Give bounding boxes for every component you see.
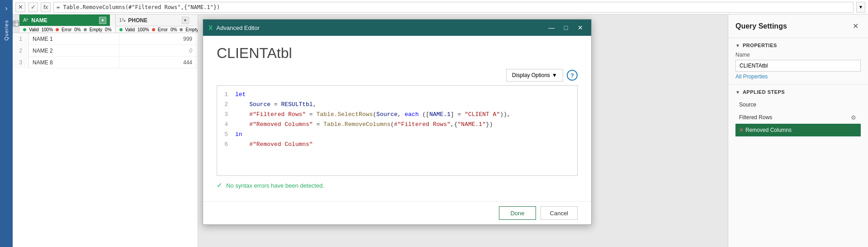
properties-section-title: PROPERTIES [743, 43, 777, 48]
name-col-dropdown[interactable]: ▼ [99, 17, 106, 24]
display-options-label: Display Options [512, 72, 550, 78]
status-text: No syntax errors have been detected. [226, 182, 324, 189]
table-row[interactable]: 1 NAME 1 999 [13, 33, 198, 45]
line-content-3: #"Filtered Rows" = Table.SelectRows(Sour… [235, 111, 577, 118]
name-label: Name [735, 52, 861, 58]
table-icon [13, 20, 19, 27]
properties-section: ▼ PROPERTIES Name All Properties [728, 38, 868, 85]
filtered-rows-gear-button[interactable]: ⚙ [850, 113, 857, 122]
step-item-source[interactable]: Source [735, 98, 861, 111]
line-content-4: #"Removed Columns" = Table.RemoveColumns… [235, 121, 577, 128]
line-num-5: 5 [217, 131, 235, 138]
formula-accept-button[interactable]: ✓ [28, 2, 38, 12]
query-settings-close-button[interactable]: ✕ [850, 21, 861, 32]
phone-type-icon: 1²₃ [119, 17, 126, 23]
formula-fx-button[interactable]: fx [41, 2, 51, 12]
advanced-editor-icon: X [209, 24, 213, 31]
applied-steps-section: ▼ APPLIED STEPS Source Filtered Rows ⚙ ✕… [728, 85, 868, 247]
step-label-filtered-rows: Filtered Rows [739, 114, 772, 121]
phone-empty-dot [180, 28, 183, 31]
advanced-editor-title: Advanced Editor [216, 24, 542, 31]
phone-error-pct: 0% [171, 27, 177, 32]
name-quality-bar: Valid 100% Error 0% Empty 0% [19, 26, 115, 33]
removed-columns-error-icon: ✕ [739, 127, 744, 133]
cancel-button[interactable]: Cancel [541, 206, 578, 220]
cell-phone-2: 0 [119, 45, 196, 57]
applied-steps-header: ▼ APPLIED STEPS [735, 89, 861, 95]
phone-valid-dot [119, 28, 123, 31]
help-button[interactable]: ? [567, 70, 578, 81]
applied-steps-arrow: ▼ [735, 90, 740, 95]
table-row[interactable]: 3 NAME 8 444 [13, 57, 198, 68]
formula-bar: ✕ ✓ fx ▼ [13, 0, 868, 15]
line-content-6: #"Removed Columns" [235, 141, 577, 148]
modal-maximize-button[interactable]: □ [560, 22, 571, 33]
query-settings-title: Query Settings [735, 22, 787, 30]
step-label-source: Source [739, 102, 756, 108]
row-num-1: 1 [13, 33, 29, 45]
code-editor[interactable]: 1 let 2 Source = RESULTtbl, 3 #"Filtered… [217, 85, 578, 176]
modal-toolbar: Display Options ▼ ? [217, 69, 578, 82]
data-table: Aᵇ NAME ▼ Valid 100% Error 0% Empty 0% [13, 15, 198, 247]
row-num-2: 2 [13, 45, 29, 57]
table-headers: Aᵇ NAME ▼ Valid 100% Error 0% Empty 0% [13, 15, 198, 33]
valid-label: Valid [29, 27, 39, 32]
empty-label: Empty [90, 27, 102, 32]
row-num-3: 3 [13, 57, 29, 68]
applied-steps-title: APPLIED STEPS [743, 89, 785, 95]
line-content-1: let [235, 91, 577, 98]
sidebar-queries-label: Queries [4, 20, 9, 41]
col-header-top-phone: 1²₃ PHONE ▼ [116, 15, 193, 26]
name-col-label: NAME [31, 17, 96, 24]
done-button[interactable]: Done [499, 206, 536, 220]
properties-section-header: ▼ PROPERTIES [735, 43, 861, 48]
code-line-2: 2 Source = RESULTtbl, [217, 101, 577, 111]
line-content-2: Source = RESULTtbl, [235, 101, 577, 108]
line-num-2: 2 [217, 101, 235, 108]
query-settings-header: Query Settings ✕ [728, 15, 868, 38]
content-row: Aᵇ NAME ▼ Valid 100% Error 0% Empty 0% [13, 15, 868, 247]
modal-editor-title: CLIENTAtbl [217, 45, 578, 62]
name-error-pct: 0% [74, 27, 81, 32]
step-item-removed-columns[interactable]: ✕ Removed Columns [735, 124, 861, 136]
code-line-3: 3 #"Filtered Rows" = Table.SelectRows(So… [217, 111, 577, 121]
table-body: 1 NAME 1 999 2 NAME 2 0 3 NAME 8 444 [13, 33, 198, 247]
valid-dot [23, 28, 26, 31]
empty-dot [84, 28, 87, 31]
formula-dropdown[interactable]: ▼ [856, 2, 865, 13]
line-num-4: 4 [217, 121, 235, 128]
modal-close-button[interactable]: ✕ [575, 22, 586, 33]
formula-cancel-button[interactable]: ✕ [15, 2, 25, 12]
line-num-1: 1 [217, 91, 235, 98]
phone-col-dropdown[interactable]: ▼ [182, 17, 189, 24]
code-line-5: 5 in [217, 131, 577, 141]
cell-name-2: NAME 2 [29, 45, 119, 57]
phone-quality-bar: Valid 100% Error 0% Empty 0% [116, 26, 198, 33]
phone-valid-pct: 100% [138, 27, 149, 32]
line-content-5: in [235, 131, 577, 138]
phone-col-label: PHONE [128, 17, 179, 24]
code-line-1: 1 let [217, 91, 577, 101]
step-item-filtered-rows[interactable]: Filtered Rows ⚙ [735, 111, 861, 124]
query-name-input[interactable] [735, 60, 861, 72]
col-header-name: Aᵇ NAME ▼ Valid 100% Error 0% Empty 0% [19, 15, 116, 33]
phone-empty-label: Empty [185, 27, 198, 32]
phone-error-label: Error [158, 27, 168, 32]
sidebar-toggle[interactable]: › [5, 5, 8, 12]
svg-rect-0 [13, 21, 19, 26]
display-options-button[interactable]: Display Options ▼ [506, 69, 563, 82]
modal-minimize-button[interactable]: — [546, 22, 557, 33]
display-options-arrow: ▼ [552, 72, 557, 78]
phone-valid-label: Valid [125, 27, 135, 32]
modal-overlay: X Advanced Editor — □ ✕ CLIENTAtbl Displ… [198, 15, 728, 247]
table-row[interactable]: 2 NAME 2 0 [13, 45, 198, 57]
middle-area: X Advanced Editor — □ ✕ CLIENTAtbl Displ… [198, 15, 728, 247]
row-num-header [13, 15, 19, 33]
formula-input[interactable] [53, 2, 854, 13]
phone-error-dot [152, 28, 155, 31]
col-header-phone: 1²₃ PHONE ▼ Valid 100% Error 0% Empty 0% [116, 15, 198, 33]
error-label: Error [62, 27, 71, 32]
modal-status: ✓ No syntax errors have been detected. [217, 176, 578, 192]
all-properties-link[interactable]: All Properties [735, 73, 861, 80]
name-type-icon: Aᵇ [23, 17, 28, 23]
